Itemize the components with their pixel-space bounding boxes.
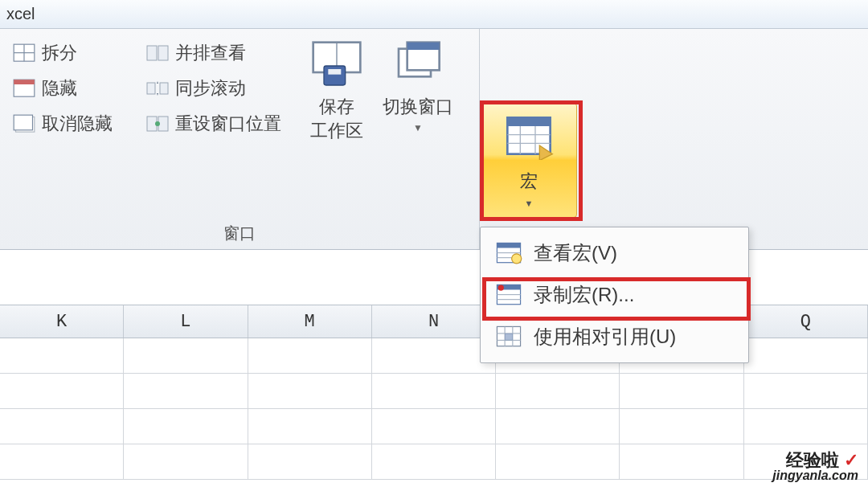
cell[interactable]	[124, 338, 248, 373]
svg-rect-20	[407, 43, 440, 50]
side-by-side-icon	[146, 43, 169, 63]
cell[interactable]	[496, 409, 620, 444]
view-macros-icon	[495, 241, 522, 265]
label: 宏	[520, 170, 538, 194]
label: 保存 工作区	[310, 95, 363, 143]
cell[interactable]	[620, 409, 743, 444]
cell[interactable]	[0, 338, 124, 373]
switch-windows-button[interactable]: 切换窗口 ▼	[373, 35, 463, 138]
group-body: 拆分 隐藏 取消隐藏	[8, 35, 471, 219]
menu-item-view-macros[interactable]: 查看宏(V)	[484, 232, 745, 274]
cell[interactable]	[372, 338, 496, 373]
check-icon: ✓	[844, 450, 858, 470]
save-workspace-button[interactable]: 保存 工作区	[301, 35, 373, 148]
watermark: 经验啦 ✓ jingyanla.com	[772, 452, 858, 482]
cell[interactable]	[620, 444, 743, 479]
cell[interactable]	[0, 409, 124, 444]
table-row	[0, 444, 868, 480]
label: 取消隐藏	[42, 112, 113, 136]
svg-point-36	[498, 284, 504, 290]
svg-rect-10	[160, 83, 168, 94]
svg-rect-7	[147, 46, 157, 60]
record-macro-icon	[495, 283, 522, 307]
window-col-1: 拆分 隐藏 取消隐藏	[8, 39, 117, 138]
label: 隐藏	[42, 76, 77, 100]
svg-rect-9	[147, 83, 155, 94]
svg-rect-17	[328, 69, 341, 75]
svg-rect-4	[14, 80, 35, 84]
cell[interactable]	[248, 444, 372, 479]
cell[interactable]	[372, 409, 496, 444]
ribbon-group-window: 拆分 隐藏 取消隐藏	[0, 29, 480, 249]
cell[interactable]	[124, 409, 248, 444]
cell[interactable]	[372, 444, 496, 479]
cell[interactable]	[496, 444, 620, 479]
svg-rect-16	[324, 66, 346, 85]
chevron-down-icon: ▼	[413, 122, 423, 133]
label: 重设窗口位置	[175, 112, 281, 136]
col-header[interactable]: Q	[744, 305, 868, 338]
table-row	[0, 374, 868, 409]
macro-dropdown-menu: 查看宏(V) 录制宏(R)... 使用相对引用(U)	[480, 227, 749, 363]
switch-windows-icon	[392, 40, 444, 90]
unhide-icon	[13, 113, 35, 134]
watermark-line1: 经验啦 ✓	[772, 452, 858, 469]
macro-button[interactable]: 宏 ▼	[481, 103, 577, 218]
col-header[interactable]: M	[248, 305, 372, 338]
label: 使用相对引用(U)	[534, 324, 676, 350]
cell[interactable]	[744, 409, 868, 444]
hide-icon	[13, 78, 35, 99]
cell[interactable]	[0, 444, 124, 479]
cell[interactable]	[248, 374, 372, 408]
cell[interactable]	[372, 374, 496, 408]
split-icon	[13, 43, 35, 63]
titlebar: xcel	[0, 0, 868, 29]
cell[interactable]	[248, 409, 372, 444]
svg-rect-22	[507, 117, 550, 126]
col-header[interactable]: N	[372, 305, 496, 338]
svg-rect-8	[158, 46, 168, 60]
cell[interactable]	[744, 338, 868, 373]
col-header[interactable]: L	[124, 305, 248, 338]
cell[interactable]	[124, 374, 248, 408]
svg-rect-28	[497, 243, 520, 248]
sync-scroll-icon	[146, 78, 169, 99]
svg-point-31	[512, 254, 522, 264]
cell[interactable]	[744, 374, 868, 408]
label: 同步滚动	[175, 76, 246, 100]
menu-item-record-macro[interactable]: 录制宏(R)...	[484, 274, 745, 316]
side-by-side-button[interactable]: 并排查看	[141, 39, 286, 68]
app-title: xcel	[6, 5, 35, 23]
save-workspace-icon	[311, 40, 362, 90]
group-label-window: 窗口	[8, 219, 471, 249]
window-col-2: 并排查看 同步滚动 重设窗口位置	[141, 39, 286, 138]
ribbon: 拆分 隐藏 取消隐藏	[0, 29, 868, 250]
reset-window-button[interactable]: 重设窗口位置	[141, 109, 286, 138]
macro-icon	[503, 113, 555, 162]
cell[interactable]	[496, 374, 620, 408]
sync-scroll-button[interactable]: 同步滚动	[141, 74, 286, 103]
label: 切换窗口	[383, 95, 453, 119]
unhide-button[interactable]: 取消隐藏	[8, 109, 117, 138]
svg-rect-42	[505, 334, 513, 340]
hide-button[interactable]: 隐藏	[8, 74, 117, 103]
cell[interactable]	[620, 374, 743, 408]
watermark-line2: jingyanla.com	[772, 469, 858, 482]
cell[interactable]	[248, 338, 372, 373]
label: 查看宏(V)	[534, 240, 617, 266]
split-button[interactable]: 拆分	[8, 39, 117, 68]
svg-point-13	[155, 121, 160, 126]
reset-window-icon	[146, 113, 169, 134]
label: 拆分	[42, 41, 77, 65]
cell[interactable]	[124, 444, 248, 479]
label: 并排查看	[175, 41, 246, 65]
menu-item-relative-ref[interactable]: 使用相对引用(U)	[484, 316, 745, 358]
table-row	[0, 409, 868, 444]
relative-ref-icon	[495, 325, 522, 349]
col-header[interactable]: K	[0, 305, 124, 338]
label: 录制宏(R)...	[534, 282, 634, 308]
cell[interactable]	[0, 374, 124, 408]
svg-rect-6	[14, 115, 32, 130]
chevron-down-icon: ▼	[525, 198, 534, 208]
